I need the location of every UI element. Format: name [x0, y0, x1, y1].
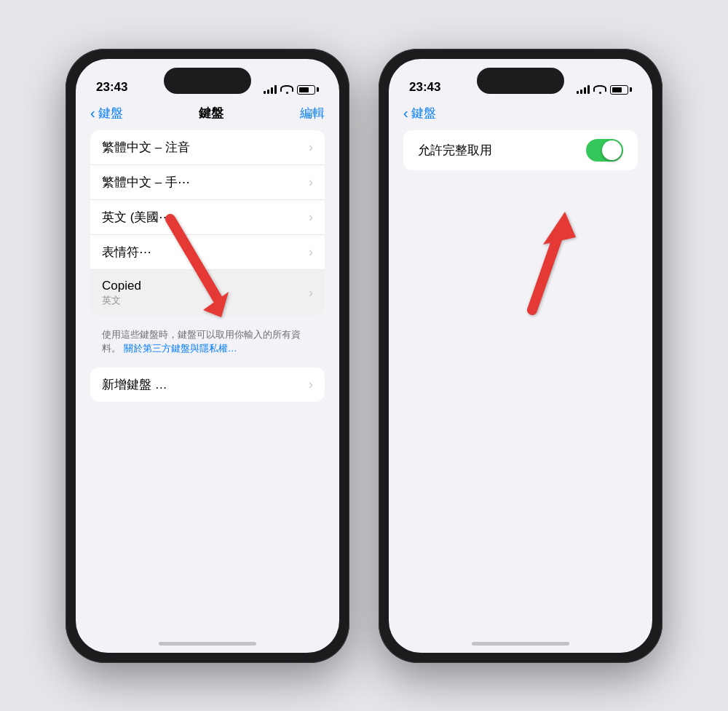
edit-button[interactable]: 編輯: [300, 105, 325, 122]
list-item-bopomofo[interactable]: 繁體中文 – 注音 ›: [90, 130, 325, 165]
home-indicator-right: [472, 642, 569, 646]
wifi-icon-right: [594, 85, 606, 94]
item-title-emoji: 表情符⋯: [102, 244, 151, 261]
add-keyboard-section: 新增鍵盤 … ›: [90, 368, 325, 402]
chevron-left-icon-right: ‹: [403, 106, 408, 120]
red-arrow-left: [156, 204, 236, 324]
item-title-handwrite: 繁體中文 – 手⋯: [102, 174, 190, 191]
chevron-icon-0: ›: [309, 140, 313, 155]
battery-icon-left: [297, 85, 319, 95]
back-button-right[interactable]: ‹ 鍵盤: [403, 105, 436, 122]
full-access-section: 允許完整取用: [403, 130, 638, 170]
chevron-icon-1: ›: [309, 175, 313, 190]
signal-icon-right: [577, 85, 590, 94]
red-arrow-right: [507, 190, 594, 324]
back-button-left[interactable]: ‹ 鍵盤: [90, 105, 123, 122]
battery-icon-right: [610, 85, 632, 95]
item-title-bopomofo: 繁體中文 – 注音: [102, 139, 190, 156]
status-icons-right: [577, 85, 632, 95]
full-access-toggle[interactable]: [586, 139, 623, 162]
chevron-icon-4: ›: [309, 285, 313, 301]
nav-bar-left: ‹ 鍵盤 鍵盤 編輯: [76, 102, 339, 130]
chevron-icon-2: ›: [309, 210, 313, 225]
full-access-row: 允許完整取用: [403, 130, 638, 170]
dynamic-island-right: [477, 68, 564, 94]
privacy-link[interactable]: 關於第三方鍵盤與隱私權…: [124, 343, 237, 354]
back-label-right: 鍵盤: [411, 105, 436, 122]
add-keyboard-label: 新增鍵盤 …: [102, 376, 167, 393]
add-keyboard-button[interactable]: 新增鍵盤 … ›: [90, 368, 325, 402]
phone-right: 23:43 ‹ 鍵盤: [379, 49, 662, 663]
home-indicator-left: [159, 642, 256, 646]
chevron-left-icon: ‹: [90, 106, 95, 120]
nav-bar-right: ‹ 鍵盤: [389, 102, 652, 130]
time-left: 23:43: [96, 80, 127, 95]
phone-left: 23:43 ‹ 鍵盤 鍵盤 編輯: [66, 49, 349, 663]
toggle-knob: [602, 140, 622, 160]
wifi-icon-left: [281, 85, 293, 94]
list-item-handwrite[interactable]: 繁體中文 – 手⋯ ›: [90, 165, 325, 200]
full-access-label: 允許完整取用: [418, 142, 492, 159]
info-text-section: 使用這些鍵盤時，鍵盤可以取用你輸入的所有資料。 關於第三方鍵盤與隱私權…: [76, 322, 339, 368]
status-icons-left: [264, 85, 319, 95]
signal-icon-left: [264, 85, 277, 94]
back-label-left: 鍵盤: [98, 105, 123, 122]
chevron-icon-3: ›: [309, 245, 313, 260]
chevron-icon-add: ›: [309, 377, 313, 392]
time-right: 23:43: [409, 80, 440, 95]
dynamic-island-left: [164, 68, 251, 94]
nav-title-left: 鍵盤: [199, 105, 223, 122]
